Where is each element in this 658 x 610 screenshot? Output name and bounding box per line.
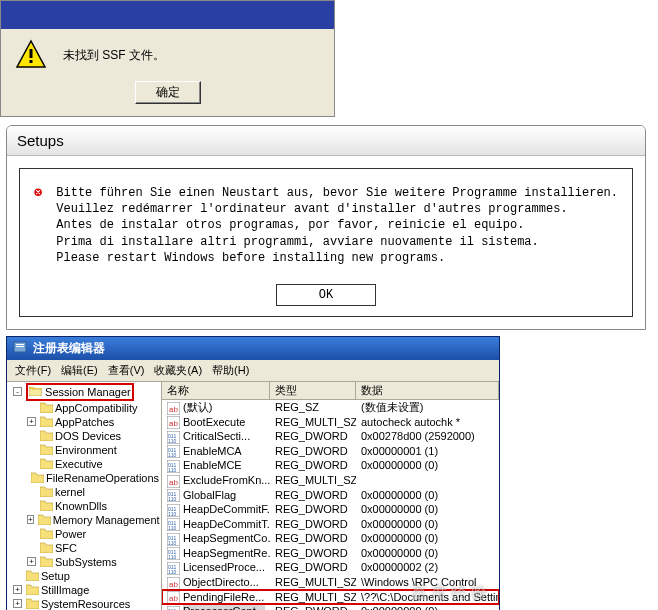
tree-item[interactable]: DOS Devices xyxy=(7,429,161,443)
svg-text:ab: ab xyxy=(169,405,178,414)
tree-expander[interactable]: + xyxy=(13,585,22,594)
ssf-warning-dialog: 未找到 SSF 文件。 确定 xyxy=(0,0,335,117)
warning-icon xyxy=(15,39,47,71)
folder-icon xyxy=(40,416,53,427)
tree-item[interactable]: KnownDlls xyxy=(7,499,161,513)
folder-icon xyxy=(26,570,39,581)
registry-value-row[interactable]: 011110GlobalFlagREG_DWORD0x00000000 (0) xyxy=(162,488,499,503)
registry-value-row[interactable]: abExcludeFromKn...REG_MULTI_SZ xyxy=(162,473,499,488)
reg-value-icon: 011110 xyxy=(167,431,180,444)
registry-value-row[interactable]: 011110HeapDeCommitF...REG_DWORD0x0000000… xyxy=(162,502,499,517)
svg-rect-2 xyxy=(30,60,33,63)
reg-value-icon: 011110 xyxy=(167,504,180,517)
tree-expander[interactable]: + xyxy=(13,599,22,608)
registry-value-row[interactable]: abPendingFileRe...REG_MULTI_SZ\??\C:\Doc… xyxy=(162,590,499,605)
folder-icon xyxy=(40,542,53,553)
tree-item[interactable]: +Memory Management xyxy=(7,513,161,527)
tree-item[interactable]: - Session Manager xyxy=(7,383,161,401)
registry-values-list[interactable]: 名称 类型 数据 ab(默认)REG_SZ(数值未设置)abBootExecut… xyxy=(162,382,499,610)
folder-icon xyxy=(40,402,53,413)
folder-icon xyxy=(26,584,39,595)
svg-text:ab: ab xyxy=(169,580,178,589)
reg-value-icon: 011110 xyxy=(167,518,180,531)
menu-item[interactable]: 编辑(E) xyxy=(57,362,102,379)
reg-value-icon: 011110 xyxy=(167,547,180,560)
folder-icon xyxy=(40,430,53,441)
tree-expander[interactable]: + xyxy=(27,515,34,524)
menu-item[interactable]: 查看(V) xyxy=(104,362,149,379)
registry-value-row[interactable]: ab(默认)REG_SZ(数值未设置) xyxy=(162,400,499,415)
tree-expander[interactable]: - xyxy=(13,387,22,396)
app-icon xyxy=(13,340,27,357)
setups-dialog: Setups Bitte führen Sie einen Neustart a… xyxy=(6,125,646,330)
svg-text:ab: ab xyxy=(169,478,178,487)
tree-item[interactable]: Power xyxy=(7,527,161,541)
registry-value-row[interactable]: 011110ProcessorCont...REG_DWORD0x0000000… xyxy=(162,604,499,610)
menu-item[interactable]: 帮助(H) xyxy=(208,362,253,379)
registry-tree[interactable]: - Session ManagerAppCompatibility+AppPat… xyxy=(7,382,162,610)
tree-item[interactable]: Setup xyxy=(7,569,161,583)
tree-item[interactable]: +StillImage xyxy=(7,583,161,597)
reg-value-icon: ab xyxy=(167,475,180,488)
menu-item[interactable]: 文件(F) xyxy=(11,362,55,379)
col-type-header[interactable]: 类型 xyxy=(270,382,356,399)
tree-item[interactable]: +AppPatches xyxy=(7,415,161,429)
dialog-titlebar[interactable] xyxy=(1,1,334,29)
folder-icon xyxy=(40,486,53,497)
tree-expander[interactable]: + xyxy=(27,417,36,426)
col-name-header[interactable]: 名称 xyxy=(162,382,270,399)
registry-editor-window: 注册表编辑器 文件(F)编辑(E)查看(V)收藏夹(A)帮助(H) - Sess… xyxy=(6,336,500,610)
ok-button[interactable]: OK xyxy=(276,284,376,306)
tree-item[interactable]: Executive xyxy=(7,457,161,471)
menu-item[interactable]: 收藏夹(A) xyxy=(150,362,206,379)
folder-icon xyxy=(40,556,53,567)
tree-expander[interactable]: + xyxy=(27,557,36,566)
reg-value-icon: 011110 xyxy=(167,489,180,502)
reg-value-icon: ab xyxy=(167,416,180,429)
error-icon xyxy=(34,185,42,225)
tree-item[interactable]: kernel xyxy=(7,485,161,499)
reg-value-icon: 011110 xyxy=(167,562,180,575)
svg-text:ab: ab xyxy=(169,419,178,428)
folder-icon xyxy=(40,528,53,539)
registry-value-row[interactable]: 011110CriticalSecti...REG_DWORD0x00278d0… xyxy=(162,429,499,444)
col-data-header[interactable]: 数据 xyxy=(356,382,499,399)
svg-rect-5 xyxy=(16,344,24,345)
registry-value-row[interactable]: 011110HeapSegmentRe...REG_DWORD0x0000000… xyxy=(162,546,499,561)
tree-item[interactable]: FileRenameOperations xyxy=(7,471,161,485)
registry-value-row[interactable]: 011110EnableMCAREG_DWORD0x00000001 (1) xyxy=(162,444,499,459)
folder-icon xyxy=(31,472,44,483)
dialog-title[interactable]: Setups xyxy=(7,126,645,156)
warning-message: 未找到 SSF 文件。 xyxy=(63,47,165,64)
registry-value-row[interactable]: 011110HeapDeCommitT...REG_DWORD0x0000000… xyxy=(162,517,499,532)
ok-button[interactable]: 确定 xyxy=(135,81,201,104)
registry-value-row[interactable]: abBootExecuteREG_MULTI_SZautocheck autoc… xyxy=(162,415,499,430)
reg-value-icon: ab xyxy=(167,591,180,604)
tree-item[interactable]: AppCompatibility xyxy=(7,401,161,415)
tree-item[interactable]: +SystemResources xyxy=(7,597,161,610)
folder-icon xyxy=(40,458,53,469)
registry-value-row[interactable]: 011110EnableMCEREG_DWORD0x00000000 (0) xyxy=(162,458,499,473)
list-header[interactable]: 名称 类型 数据 xyxy=(162,382,499,400)
svg-text:ab: ab xyxy=(169,594,178,603)
folder-icon xyxy=(26,598,39,609)
window-title: 注册表编辑器 xyxy=(33,340,105,357)
folder-icon xyxy=(40,500,53,511)
menu-bar: 文件(F)编辑(E)查看(V)收藏夹(A)帮助(H) xyxy=(7,360,499,382)
svg-rect-6 xyxy=(16,346,24,347)
svg-rect-1 xyxy=(30,49,33,58)
reg-value-icon: ab xyxy=(167,402,180,415)
window-titlebar[interactable]: 注册表编辑器 xyxy=(7,337,499,360)
registry-value-row[interactable]: 011110HeapSegmentCo...REG_DWORD0x0000000… xyxy=(162,531,499,546)
reg-value-icon: 011110 xyxy=(167,533,180,546)
tree-item[interactable]: SFC xyxy=(7,541,161,555)
registry-value-row[interactable]: abObjectDirecto...REG_MULTI_SZ\Windows \… xyxy=(162,575,499,590)
registry-value-row[interactable]: 011110LicensedProce...REG_DWORD0x0000000… xyxy=(162,560,499,575)
reg-value-icon: 011110 xyxy=(167,606,180,610)
reg-value-icon: 011110 xyxy=(167,460,180,473)
reg-value-icon: 011110 xyxy=(167,445,180,458)
reg-value-icon: ab xyxy=(167,577,180,590)
tree-item[interactable]: +SubSystems xyxy=(7,555,161,569)
tree-item[interactable]: Environment xyxy=(7,443,161,457)
folder-icon xyxy=(38,514,51,525)
